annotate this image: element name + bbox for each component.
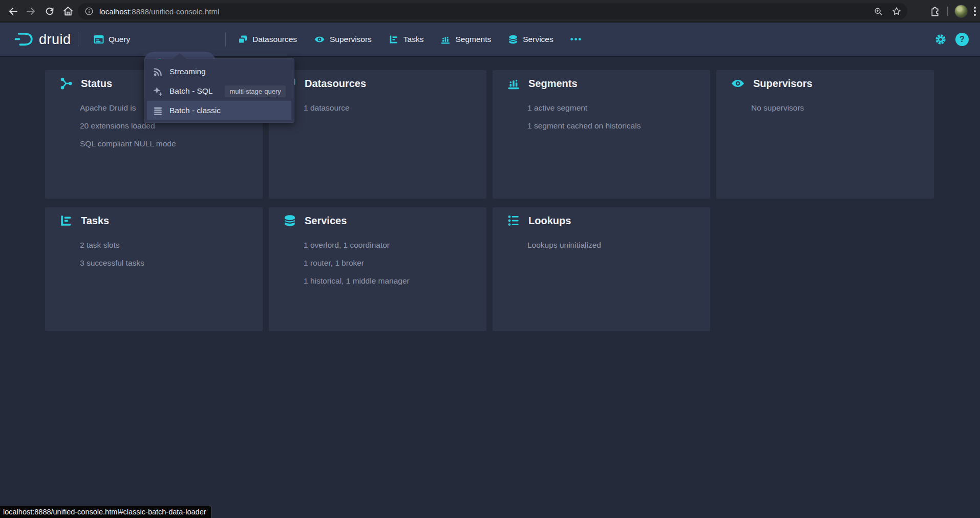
services-card[interactable]: Services 1 overlord, 1 coordinator 1 rou… — [269, 207, 486, 331]
menu-item-batch-classic[interactable]: Batch - classic — [147, 101, 291, 120]
card-line: 1 active segment — [527, 99, 641, 117]
druid-logo-text: druid — [39, 32, 71, 48]
nav-item-supervisors[interactable]: Supervisors — [314, 34, 372, 45]
forward-icon — [25, 5, 37, 17]
info-icon[interactable] — [84, 6, 94, 16]
menu-item-streaming[interactable]: Streaming — [147, 62, 291, 81]
home-icon — [62, 5, 74, 17]
properties-list-icon — [507, 214, 520, 227]
star-icon[interactable] — [891, 6, 902, 17]
nav-item-label: Supervisors — [330, 35, 372, 44]
nav-item-label: Query — [109, 35, 130, 44]
card-line: Lookups uninitialized — [527, 236, 601, 254]
nav-item-tasks[interactable]: Tasks — [389, 34, 424, 45]
card-title: Tasks — [81, 215, 109, 227]
druid-logo-icon — [14, 30, 35, 49]
kebab-menu-icon[interactable] — [974, 7, 976, 16]
card-line: 1 overlord, 1 coordinator — [304, 236, 410, 254]
eye-icon — [731, 77, 745, 90]
card-title: Services — [305, 215, 347, 227]
profile-avatar[interactable] — [954, 5, 968, 18]
druid-logo[interactable]: druid — [14, 23, 71, 56]
card-title: Datasources — [305, 78, 366, 90]
extensions-icon[interactable] — [929, 6, 941, 17]
browser-toolbar: localhost:8888/unified-console.html — [0, 0, 980, 23]
menu-item-label: Batch - SQL — [169, 87, 212, 96]
link-status-bubble: localhost:8888/unified-console.html#clas… — [0, 506, 211, 518]
url-text: localhost:8888/unified-console.html — [99, 7, 219, 16]
url-host: localhost — [99, 7, 130, 16]
nav-item-services[interactable]: Services — [508, 34, 553, 45]
tasks-card[interactable]: Tasks 2 task slots 3 successful tasks — [45, 207, 263, 331]
fork-icon — [59, 77, 73, 90]
reload-icon — [44, 6, 55, 17]
card-line: SQL compliant NULL mode — [80, 135, 176, 153]
menu-caret — [173, 53, 186, 59]
nav-item-label: Datasources — [252, 35, 297, 44]
lookups-card[interactable]: Lookups Lookups uninitialized — [493, 207, 710, 331]
nav-divider — [225, 32, 226, 47]
back-button[interactable] — [5, 4, 20, 19]
datasources-card[interactable]: Datasources 1 datasource — [269, 70, 486, 199]
url-path: :8888/unified-console.html — [130, 7, 219, 16]
card-title: Segments — [528, 78, 578, 90]
bar-chart-icon — [440, 34, 451, 45]
nav-item-more[interactable]: ••• — [570, 34, 583, 45]
console-icon — [94, 34, 104, 45]
card-line: 3 successful tasks — [80, 254, 144, 272]
settings-gear-icon[interactable] — [934, 33, 947, 46]
card-line: 1 historical, 1 middle manager — [304, 272, 410, 290]
nav-item-datasources[interactable]: Datasources — [238, 34, 297, 45]
load-data-menu: Streaming Batch - SQL multi-stage-query … — [144, 58, 294, 123]
database-icon — [508, 34, 518, 45]
nav-item-label: Tasks — [403, 35, 424, 44]
nav-item-segments[interactable]: Segments — [440, 34, 491, 45]
help-icon[interactable]: ? — [955, 33, 969, 46]
card-title: Supervisors — [753, 78, 813, 90]
card-title: Status — [81, 78, 112, 90]
reload-button[interactable] — [42, 4, 57, 19]
card-line: 1 router, 1 broker — [304, 254, 410, 272]
url-bar[interactable]: localhost:8888/unified-console.html — [78, 3, 907, 19]
more-icon: ••• — [570, 34, 583, 45]
card-line: No supervisors — [751, 99, 804, 117]
toolbar-separator — [947, 7, 948, 16]
supervisors-card[interactable]: Supervisors No supervisors — [716, 70, 934, 199]
nav-item-label: Services — [523, 35, 553, 44]
eye-icon — [314, 34, 325, 45]
nav-item-query[interactable]: Query — [94, 23, 130, 56]
nav-item-label: Segments — [455, 35, 491, 44]
list-icon — [153, 105, 163, 116]
back-icon — [7, 5, 19, 17]
card-line: 1 datasource — [304, 99, 350, 117]
nav-divider — [78, 32, 78, 47]
druid-header: druid Query Load data Datasources — [0, 23, 980, 56]
layers-icon — [238, 34, 248, 45]
multi-stage-query-tag: multi-stage-query — [225, 85, 285, 97]
menu-item-label: Batch - classic — [169, 106, 221, 115]
gantt-icon — [389, 34, 399, 45]
menu-item-label: Streaming — [169, 67, 206, 76]
menu-item-batch-sql[interactable]: Batch - SQL multi-stage-query — [147, 81, 291, 101]
card-line: 1 segment cached on historicals — [527, 117, 641, 135]
feed-icon — [153, 67, 163, 77]
card-title: Lookups — [528, 215, 571, 227]
forward-button[interactable] — [24, 4, 39, 19]
zoom-icon[interactable] — [873, 6, 884, 17]
home-button[interactable] — [60, 4, 76, 19]
segments-chart-icon — [507, 77, 520, 90]
sparkles-icon — [153, 86, 163, 97]
gantt-icon — [59, 214, 73, 227]
database-icon — [283, 214, 296, 227]
segments-card[interactable]: Segments 1 active segment 1 segment cach… — [493, 70, 710, 199]
card-line: 2 task slots — [80, 236, 144, 254]
